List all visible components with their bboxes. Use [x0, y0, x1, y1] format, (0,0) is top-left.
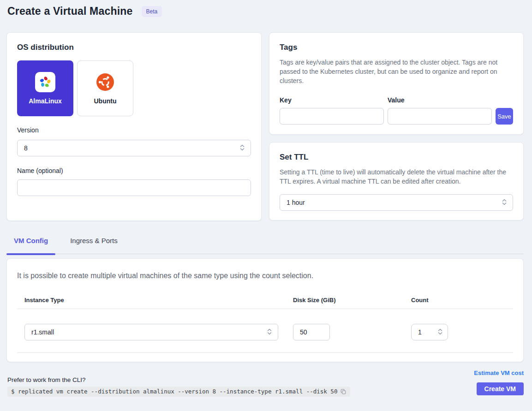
vm-config-card: It is possible to create multiple virtua…: [6, 258, 524, 362]
tags-card-title: Tags: [280, 43, 513, 52]
vm-config-intro: It is possible to create multiple virtua…: [17, 272, 513, 280]
column-header-count: Count: [411, 297, 513, 304]
os-tile-ubuntu[interactable]: Ubuntu: [77, 60, 133, 116]
ttl-select[interactable]: 1 hour: [280, 194, 513, 211]
page-title: Create a Virtual Machine: [7, 5, 133, 18]
chevron-up-down-icon: [267, 328, 272, 337]
cli-code-row: $ replicated vm create --distribution al…: [7, 387, 350, 397]
cli-block: Prefer to work from the CLI? $ replicate…: [7, 376, 350, 397]
count-field: 1: [411, 324, 448, 340]
tab-vm-config[interactable]: VM Config: [6, 233, 55, 254]
os-tile-almalinux[interactable]: AlmaLinux: [17, 60, 73, 116]
ttl-select-value: 1 hour: [287, 199, 305, 206]
copy-icon[interactable]: [340, 388, 347, 395]
tag-key-input[interactable]: [280, 108, 384, 125]
name-label: Name (optional): [17, 167, 251, 174]
tag-value-field: Value: [388, 96, 492, 125]
tags-card-description: Tags are key/value pairs that are assign…: [280, 58, 513, 85]
cli-command-text: $ replicated vm create --distribution al…: [11, 388, 337, 395]
chevron-up-down-icon: [502, 198, 507, 207]
instance-type-select[interactable]: r1.small: [24, 324, 278, 340]
instance-type-value: r1.small: [31, 328, 54, 336]
create-vm-button[interactable]: Create VM: [477, 382, 524, 395]
os-card-title: OS distribution: [17, 43, 251, 52]
ttl-card-description: Setting a TTL (time to live) will automa…: [280, 167, 513, 186]
set-ttl-card: Set TTL Setting a TTL (time to live) wil…: [269, 142, 524, 220]
os-tiles: AlmaLinux Ubuntu: [17, 60, 251, 116]
save-tag-button[interactable]: Save: [496, 108, 513, 125]
page-header: Create a Virtual Machine Beta: [7, 5, 162, 18]
disk-size-field: [293, 324, 330, 340]
tags-card: Tags Tags are key/value pairs that are a…: [269, 32, 524, 135]
chevron-up-down-icon: [437, 328, 443, 337]
tag-value-input[interactable]: [388, 108, 492, 125]
almalinux-icon: [35, 72, 55, 92]
version-select-value: 8: [24, 144, 28, 152]
ubuntu-icon: [95, 72, 115, 92]
vm-config-table-headers: Instance Type Disk Size (GiB) Count: [24, 297, 513, 304]
table-header-divider: [17, 309, 513, 309]
chevron-up-down-icon: [239, 144, 245, 153]
name-input[interactable]: [17, 179, 251, 196]
count-value: 1: [418, 328, 422, 336]
tab-ingress-ports[interactable]: Ingress & Ports: [59, 233, 129, 254]
os-distribution-card: OS distribution AlmaLinux: [6, 32, 262, 221]
estimate-vm-cost-link[interactable]: Estimate VM cost: [474, 369, 524, 376]
os-tile-almalinux-label: AlmaLinux: [29, 97, 62, 105]
tags-form: Key Value Save: [280, 96, 513, 125]
version-select[interactable]: 8: [17, 140, 251, 156]
disk-size-input[interactable]: [293, 324, 330, 340]
beta-badge: Beta: [142, 6, 162, 17]
version-label: Version: [17, 126, 251, 134]
table-bottom-divider: [17, 352, 513, 353]
config-tabs: VM Config Ingress & Ports: [6, 233, 524, 254]
cli-prompt-text: Prefer to work from the CLI?: [7, 376, 350, 383]
count-stepper[interactable]: 1: [411, 324, 448, 340]
column-header-disk-size: Disk Size (GiB): [293, 297, 411, 304]
tag-key-label: Key: [280, 96, 384, 104]
create-vm-page: Create a Virtual Machine Beta OS distrib…: [0, 0, 532, 411]
os-tile-ubuntu-label: Ubuntu: [94, 97, 117, 105]
column-header-instance-type: Instance Type: [24, 297, 278, 304]
vm-config-row: r1.small 1: [24, 324, 513, 340]
ttl-card-title: Set TTL: [280, 153, 513, 162]
tag-value-label: Value: [388, 96, 492, 104]
tag-key-field: Key: [280, 96, 384, 125]
